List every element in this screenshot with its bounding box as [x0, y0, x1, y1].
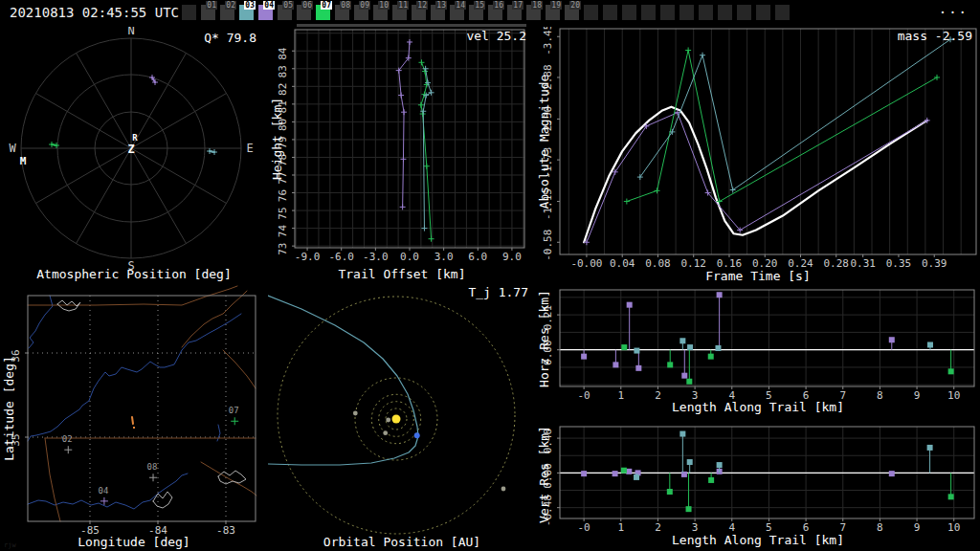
vert-length-axis-label: Length Along Trail [km]	[536, 533, 980, 547]
velocity-stat: vel 25.2	[466, 29, 526, 43]
station-chip-12[interactable]: 12	[412, 5, 426, 20]
station-chip-18[interactable]: 18	[526, 5, 541, 20]
svg-text:73: 73	[277, 243, 289, 255]
station-chip-empty[interactable]	[699, 5, 713, 20]
trail-offset-axis-label: Trail Offset [km]	[268, 267, 536, 281]
station-chip-09[interactable]: 09	[354, 5, 368, 20]
station-chip-empty[interactable]	[737, 5, 751, 20]
panel-magnitude: -0.000.040.080.120.160.200.240.280.310.3…	[536, 27, 980, 283]
svg-text:07: 07	[229, 406, 239, 415]
station-chip-empty[interactable]	[775, 5, 790, 20]
svg-text:84: 84	[277, 47, 289, 60]
station-chip-label: 09	[359, 1, 370, 10]
map-station-04: 04	[98, 486, 108, 505]
station-chip-10[interactable]: 10	[373, 5, 388, 20]
station-chip-empty[interactable]	[641, 5, 656, 20]
svg-text:02: 02	[62, 434, 73, 444]
tisserand-stat: T_j 1.77	[468, 285, 528, 299]
station-chip-label: 13	[435, 1, 447, 10]
station-chip-empty[interactable]	[584, 5, 598, 20]
station-chip-20[interactable]: 20	[565, 5, 579, 20]
panel-horz-res: -0123456789100.000.21 Horz Res [km] Leng…	[536, 283, 980, 417]
svg-text:0.0: 0.0	[400, 251, 419, 263]
station-chip-label: 02	[225, 1, 236, 10]
station-chip-empty[interactable]	[679, 5, 694, 20]
station-chip-label: 03	[244, 1, 256, 10]
station-chip-05[interactable]: 05	[278, 5, 292, 20]
mass-stat: mass -2.59	[898, 29, 972, 43]
station-chip-01[interactable]: 01	[201, 5, 215, 20]
magnitude-plot: -0.000.040.080.120.160.200.240.280.310.3…	[536, 27, 980, 283]
svg-text:E: E	[246, 142, 253, 155]
station-chip-empty[interactable]	[660, 5, 675, 20]
station-chip-empty[interactable]	[718, 5, 732, 20]
svg-text:83: 83	[277, 65, 289, 77]
watermark: rjw	[4, 541, 16, 549]
orbital-plot-title: Orbital Position [AU]	[268, 535, 536, 549]
app-screen: 20210813 02:45:55 UTC 010203040506070809…	[0, 0, 980, 551]
latitude-axis-label: Latitude [deg]	[2, 356, 16, 461]
station-chip-02[interactable]: 02	[220, 5, 234, 20]
station-chip-empty[interactable]	[603, 5, 617, 20]
station-chip-04[interactable]: 04	[258, 5, 273, 20]
svg-text:-3.0: -3.0	[363, 251, 389, 263]
panel-atmospheric-position: NSEWZRM Q* 79.8 Atmospheric Position [de…	[0, 27, 268, 283]
map-station-02: 02	[62, 434, 73, 453]
atmospheric-position-plot: NSEWZRM	[0, 27, 268, 283]
horz-res-axis-label: Horz Res [km]	[537, 290, 551, 387]
station-chip-label: 05	[282, 1, 294, 10]
station-chip-15[interactable]: 15	[469, 5, 483, 20]
svg-text:04: 04	[98, 486, 108, 496]
station-chip-label: 07	[321, 1, 332, 10]
svg-text:W: W	[9, 142, 16, 155]
station-chip-07[interactable]: 07	[316, 5, 330, 20]
station-chip-17[interactable]: 17	[507, 5, 522, 20]
station-chip-label: 18	[531, 1, 543, 10]
station-chip-03[interactable]: 03	[239, 5, 254, 20]
station-chip-16[interactable]: 16	[488, 5, 502, 20]
svg-text:6.0: 6.0	[468, 251, 487, 263]
station-chip-label: 20	[569, 1, 581, 10]
top-bar: 20210813 02:45:55 UTC 010203040506070809…	[0, 0, 980, 27]
station-chip-08[interactable]: 08	[335, 5, 349, 20]
station-chip-label: 15	[474, 1, 485, 10]
map-station-07: 07	[229, 406, 239, 425]
svg-text:-3.45: -3.45	[542, 27, 554, 55]
svg-text:-0.58: -0.58	[542, 230, 554, 261]
vert-res-axis-label: Vert Res [km]	[537, 426, 551, 523]
panel-ground-map: 02040807-85-84-833635 Latitude [deg] Lon…	[0, 283, 268, 551]
station-chip-label: 17	[512, 1, 523, 10]
station-chip-label: 12	[416, 1, 428, 10]
station-chip-empty[interactable]	[182, 5, 196, 20]
ground-map-plot: 02040807-85-84-833635	[0, 283, 268, 551]
svg-text:08: 08	[147, 462, 158, 472]
station-chip-label: 04	[263, 1, 275, 10]
station-chip-06[interactable]: 06	[297, 5, 311, 20]
svg-text:3.0: 3.0	[434, 251, 454, 263]
utc-timestamp: 20210813 02:45:55 UTC	[10, 5, 179, 20]
svg-text:R: R	[132, 133, 138, 143]
station-selector-row: 0102030405060708091011121314151617181920	[182, 5, 790, 20]
height-trail-plot: -9.0-6.0-3.00.03.06.09.07374757677787980…	[268, 27, 536, 283]
panel-vert-res: -012345678910-0.480.000.48 Vert Res [km]…	[536, 417, 980, 551]
horz-res-plot: -0123456789100.000.21	[536, 283, 980, 417]
q-star-stat: Q* 79.8	[204, 31, 256, 45]
map-station-08: 08	[147, 462, 158, 481]
horz-length-axis-label: Length Along Trail [km]	[536, 400, 980, 414]
svg-text:9.0: 9.0	[502, 251, 522, 263]
station-chip-empty[interactable]	[622, 5, 636, 20]
svg-text:Z: Z	[127, 143, 134, 156]
station-chip-14[interactable]: 14	[450, 5, 464, 20]
station-chip-19[interactable]: 19	[546, 5, 560, 20]
station-chip-empty[interactable]	[756, 5, 770, 20]
svg-text:-9.0: -9.0	[295, 251, 321, 263]
panel-height-trail: -9.0-6.0-3.00.03.06.09.07374757677787980…	[268, 27, 536, 283]
station-chip-13[interactable]: 13	[431, 5, 445, 20]
height-axis-label: Height [km]	[270, 98, 284, 180]
station-chip-label: 19	[550, 1, 562, 10]
vert-res-plot: -012345678910-0.480.000.48	[536, 417, 980, 551]
magnitude-axis-label: Absolute Magnitude	[537, 75, 551, 209]
overflow-menu[interactable]: ...	[939, 1, 969, 16]
station-chip-11[interactable]: 11	[392, 5, 407, 20]
svg-text:75: 75	[277, 207, 289, 219]
